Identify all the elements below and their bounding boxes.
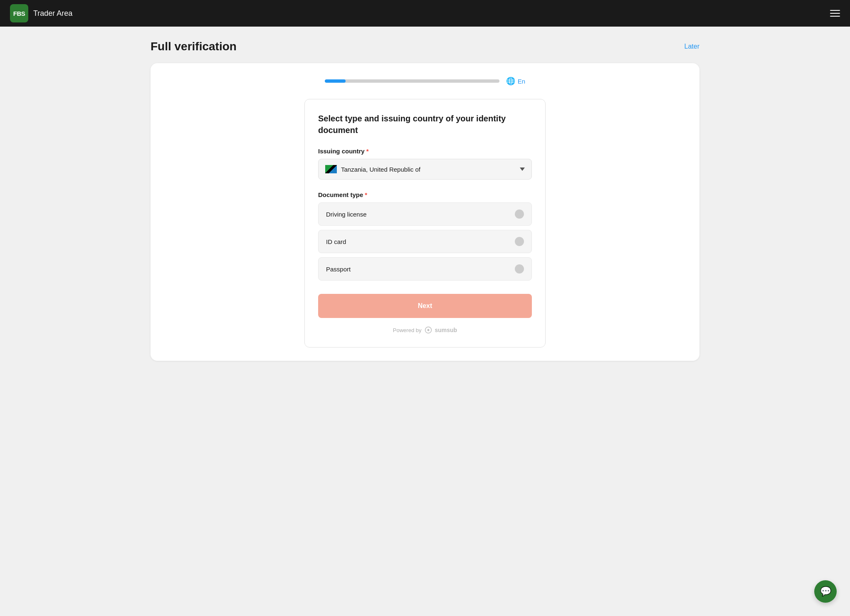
country-dropdown[interactable]: Tanzania, United Republic of [318, 159, 532, 180]
doc-option-id-card[interactable]: ID card [318, 230, 532, 253]
driving-license-label: Driving license [326, 211, 367, 218]
radio-passport [515, 264, 524, 274]
powered-by-label: Powered by [393, 327, 422, 333]
navbar: FBS Trader Area [0, 0, 850, 27]
later-link[interactable]: Later [684, 43, 699, 50]
passport-label: Passport [326, 266, 351, 273]
globe-icon: 🌐 [506, 76, 515, 86]
progress-bar-fill [325, 79, 346, 83]
sumsub-text: sumsub [435, 327, 457, 333]
progress-bar-container [325, 79, 499, 83]
powered-by: Powered by sumsub [318, 326, 532, 334]
radio-id-card [515, 237, 524, 246]
navbar-left: FBS Trader Area [10, 4, 72, 22]
form-card: Select type and issuing country of your … [304, 99, 546, 347]
required-star: * [366, 148, 369, 155]
fbs-logo: FBS [10, 4, 28, 22]
language-button[interactable]: 🌐 En [506, 76, 525, 86]
tanzania-flag [325, 165, 337, 173]
page-title: Full verification [151, 40, 237, 53]
chevron-down-icon [520, 168, 525, 171]
doc-option-passport[interactable]: Passport [318, 257, 532, 281]
doc-option-driving-license[interactable]: Driving license [318, 202, 532, 226]
sumsub-logo: sumsub [425, 326, 457, 334]
required-star-2: * [365, 191, 367, 198]
language-label: En [518, 78, 525, 85]
page-header: Full verification Later [151, 40, 699, 53]
chat-button[interactable]: 💬 [814, 580, 837, 603]
issuing-country-label: Issuing country* [318, 148, 532, 155]
country-value: Tanzania, United Republic of [341, 166, 420, 173]
country-left: Tanzania, United Republic of [325, 165, 420, 173]
progress-section: 🌐 En [164, 76, 686, 86]
sumsub-icon [425, 326, 432, 334]
id-card-label: ID card [326, 238, 346, 245]
page-container: Full verification Later 🌐 En Select type… [134, 27, 716, 374]
radio-driving-license [515, 209, 524, 219]
form-card-title: Select type and issuing country of your … [318, 113, 532, 136]
navbar-title: Trader Area [33, 9, 72, 18]
hamburger-menu[interactable] [830, 10, 840, 17]
main-card: 🌐 En Select type and issuing country of … [151, 63, 699, 361]
document-type-section: Document type* Driving license ID card P… [318, 191, 532, 281]
next-button[interactable]: Next [318, 294, 532, 318]
chat-icon: 💬 [820, 586, 831, 597]
document-type-label: Document type* [318, 191, 532, 198]
